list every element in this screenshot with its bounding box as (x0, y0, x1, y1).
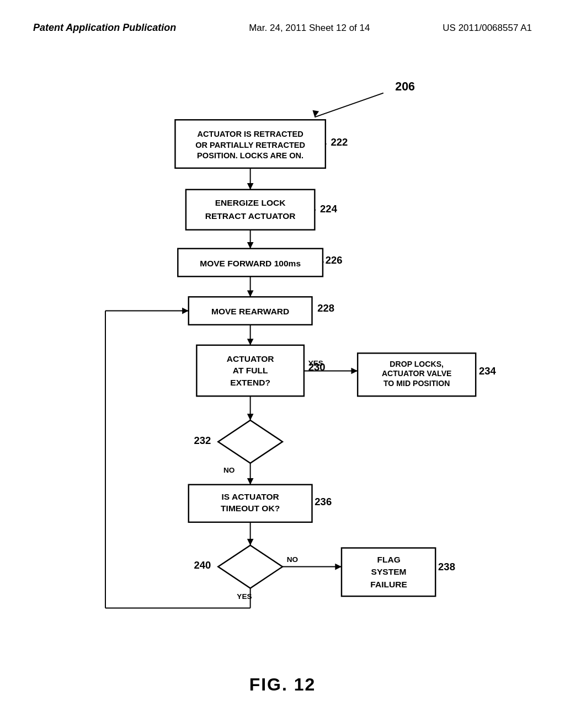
node-234-text-3: TO MID POSITION (383, 379, 450, 388)
flowchart-svg: 206 ACTUATOR IS RETRACTED OR PARTIALLY R… (44, 66, 521, 656)
label-240: 240 (194, 559, 211, 571)
label-yes-230: YES (308, 359, 323, 367)
label-228: 228 (317, 303, 334, 314)
label-224: 224 (320, 203, 338, 215)
page: Patent Application Publication Mar. 24, … (0, 0, 565, 728)
node-230-text-3: EXTEND? (230, 378, 270, 387)
label-236: 236 (315, 496, 332, 507)
arrowhead-240-no (335, 564, 342, 570)
arrowhead-230-232 (247, 414, 254, 420)
node-228-text: MOVE REARWARD (211, 307, 289, 316)
label-no-232: NO (223, 466, 235, 474)
flowchart-container: 206 ACTUATOR IS RETRACTED OR PARTIALLY R… (44, 66, 521, 656)
header: Patent Application Publication Mar. 24, … (33, 22, 532, 34)
node-222-text-1: ACTUATOR IS RETRACTED (198, 130, 303, 138)
arrowhead-226-228 (247, 291, 254, 297)
node-224-text-1: ENERGIZE LOCK (215, 198, 286, 207)
arrow-206 (315, 93, 383, 117)
node-224-rect (186, 190, 315, 230)
header-patent-number: US 2011/0068557 A1 (443, 23, 532, 34)
node-230-text-2: AT FULL (233, 366, 268, 375)
label-234: 234 (479, 365, 497, 377)
label-232: 232 (194, 435, 211, 446)
node-236-text-1: IS ACTUATOR (222, 492, 279, 501)
node-224-text-2: RETRACT ACTUATOR (205, 211, 296, 221)
arrowhead-loop-228 (182, 308, 189, 314)
arrowhead-236-240 (247, 539, 254, 545)
arrowhead-232-236 (247, 478, 254, 485)
label-238: 238 (438, 561, 455, 572)
arrowhead-230-yes (351, 368, 358, 374)
header-date-sheet: Mar. 24, 2011 Sheet 12 of 14 (249, 23, 370, 34)
label-no-240: NO (287, 555, 299, 564)
header-publication-label: Patent Application Publication (33, 22, 176, 34)
node-234-text-1: DROP LOCKS, (390, 360, 444, 368)
node-232-diamond (218, 420, 282, 463)
arrowhead-222-224 (247, 183, 254, 190)
label-yes-240: YES (237, 592, 252, 601)
node-238-text-2: SYSTEM (371, 567, 407, 576)
arrowhead-228-230 (247, 339, 254, 345)
figure-caption: FIG. 12 (249, 675, 316, 695)
label-222: 222 (331, 136, 348, 148)
arrowhead-224-226 (247, 242, 254, 249)
node-222-text-2: OR PARTIALLY RETRACTED (195, 141, 305, 149)
node-236-text-2: TIMEOUT OK? (221, 504, 280, 513)
node-238-text-1: FLAG (377, 555, 400, 564)
node-230-text-1: ACTUATOR (227, 354, 274, 363)
node-234-text-2: ACTUATOR VALVE (382, 369, 452, 378)
node-240-diamond (218, 545, 282, 588)
node-226-text: MOVE FORWARD 100ms (200, 259, 301, 268)
node-238-text-3: FAILURE (370, 580, 407, 589)
label-206: 206 (395, 80, 415, 93)
node-222-text-3: POSITION. LOCKS ARE ON. (197, 151, 303, 160)
label-226: 226 (326, 254, 343, 266)
